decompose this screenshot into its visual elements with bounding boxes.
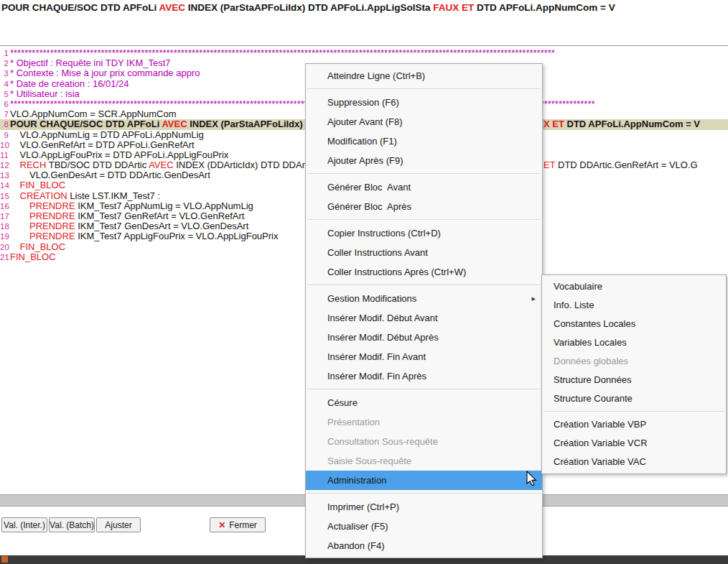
context-menu-item-gestion-modifications[interactable]: Gestion Modifications▸ (306, 289, 542, 308)
menu-item-label: Ajouter Après (F9) (327, 155, 403, 166)
code-text: FIN_BLOC (10, 180, 65, 190)
submenu-item-structure-courante[interactable]: Structure Courante (542, 389, 726, 408)
menu-item-label: Présentation (327, 417, 380, 427)
code-token: POUR CHAQUE/SOC DTD APFoLi (10, 119, 162, 129)
line-number: 1 (0, 48, 9, 58)
context-menu-item-abandon-f4[interactable]: Abandon (F4) (306, 536, 542, 555)
code-line-1[interactable]: 1***************************************… (0, 48, 728, 58)
val-batch-button[interactable]: Val. (Batch) (49, 517, 95, 532)
line-number: 20 (0, 242, 9, 252)
code-token: Liste LST.IKM_Test7 : (67, 190, 160, 201)
code-token: VLO.AppNumCom = SCR.AppNumCom (10, 108, 177, 119)
code-text: * Date de création : 16/01/24 (10, 78, 129, 89)
context-menu-item-suppression-f6[interactable]: Suppression (F6) (306, 93, 542, 112)
line-number: 12 (0, 160, 9, 170)
menu-item-label: Constantes Locales (554, 318, 635, 329)
menu-item-label: Données globales (554, 356, 628, 366)
context-menu-separator (307, 389, 541, 389)
code-token: INDEX (DDArticIdx) DTD DDArtic (174, 160, 314, 170)
context-menu-separator (307, 285, 541, 285)
submenu-item-creation-variable-vcr[interactable]: Création Variable VCR (542, 434, 726, 453)
code-token: FIN_BLOC (10, 251, 56, 262)
code-text: RECH TBD/SOC DTD DDArtic AVEC INDEX (DDA… (10, 160, 314, 170)
context-menu-separator (307, 88, 541, 89)
ajuster-button[interactable]: Ajuster (96, 517, 141, 532)
context-menu-item-coller-instructions-apres-ctrl-w[interactable]: Coller Instructions Après (Ctrl+W) (306, 262, 542, 282)
context-menu-item-cesure[interactable]: Césure (306, 393, 542, 412)
submenu: VocabulaireInfo. ListeConstantes Locales… (541, 274, 727, 474)
menu-item-label: Modification (F1) (327, 136, 397, 147)
context-menu-item-modification-f1[interactable]: Modification (F1) (306, 131, 542, 151)
menu-item-label: Atteindre Ligne (Ctrl+B) (327, 70, 425, 81)
code-token: * Objectif : Requête ini TDY IKM_Test7 (10, 57, 171, 68)
context-menu-item-ajouter-avant-f8[interactable]: Ajouter Avant (F8) (306, 112, 542, 131)
app-window: POUR CHAQUE/SOC DTD APFoLi AVEC INDEX (P… (0, 0, 728, 564)
code-text: ****************************************… (10, 47, 555, 58)
code-text: VLO.GenRefArt = DTD APFoLi.GenRefArt (10, 139, 195, 150)
val-inter-button[interactable]: Val. (Inter.) (1, 517, 47, 532)
context-menu-item-imprimer-ctrl-p[interactable]: Imprimer (Ctrl+P) (306, 497, 542, 517)
menu-item-label: Création Variable VCR (554, 438, 648, 448)
code-token: VLO.AppNumLig = DTD APFoLi.AppNumLig (20, 129, 204, 140)
context-menu-item-generer-bloc-apres[interactable]: Générer Bloc Après (306, 197, 542, 216)
menu-item-label: Générer Bloc Après (327, 201, 411, 212)
context-menu-item-inserer-modif-debut-apres[interactable]: Insérer Modif. Début Après (306, 328, 542, 347)
submenu-item-donnees-globales[interactable]: Données globales (542, 352, 726, 371)
context-menu-item-coller-instructions-avant[interactable]: Coller Instructions Avant (306, 243, 542, 262)
submenu-separator (543, 411, 724, 412)
line-number: 7 (0, 109, 9, 119)
code-token: * Contexte : Mise à jour prix commande a… (10, 68, 200, 78)
code-token: IKM_Test7 GenDesArt = VLO.GenDesArt (75, 221, 249, 231)
code-token: * Utilisateur : isia (10, 88, 80, 99)
submenu-item-creation-variable-vbp[interactable]: Création Variable VBP (542, 415, 726, 434)
line-number: 5 (0, 89, 9, 99)
submenu-item-info-liste[interactable]: Info. Liste (542, 296, 726, 315)
button-label: Ajuster (105, 520, 131, 530)
menu-item-label: Copier Instructions (Ctrl+D) (327, 228, 441, 239)
context-menu-item-presentation[interactable]: Présentation (306, 412, 542, 432)
line-number: 17 (0, 211, 9, 221)
menu-item-label: Actualiser (F5) (327, 521, 388, 532)
context-menu-item-inserer-modif-fin-avant[interactable]: Insérer Modif. Fin Avant (306, 347, 542, 366)
button-label: Val. (Batch) (50, 520, 94, 530)
code-token: AVEC (149, 160, 173, 170)
line-number: 15 (0, 191, 9, 201)
context-menu-item-copier-instructions-ctrl-d[interactable]: Copier Instructions (Ctrl+D) (306, 223, 542, 243)
menu-item-label: Imprimer (Ctrl+P) (327, 501, 399, 512)
context-menu-item-administration[interactable]: Administration (306, 471, 542, 490)
menu-item-label: Création Variable VBP (554, 419, 646, 430)
menu-item-label: Suppression (F6) (327, 97, 399, 108)
context-menu-item-atteindre-ligne-ctrl-b[interactable]: Atteindre Ligne (Ctrl+B) (306, 66, 542, 85)
submenu-item-vocabulaire[interactable]: Vocabulaire (542, 277, 726, 296)
context-menu-item-consultation-sous-requete[interactable]: Consultation Sous-requête (306, 432, 542, 451)
line-number: 19 (0, 231, 9, 241)
submenu-item-variables-locales[interactable]: Variables Locales (542, 333, 726, 352)
submenu-item-creation-variable-vac[interactable]: Création Variable VAC (542, 453, 726, 471)
line-number: 10 (0, 140, 9, 150)
context-menu-item-inserer-modif-debut-avant[interactable]: Insérer Modif. Début Avant (306, 308, 542, 328)
code-token: DTD DDArtic.GenRefArt = VLO.G (555, 160, 697, 170)
code-token: DTD APFoLi.AppNumCom = V (564, 119, 700, 129)
context-menu-separator (307, 219, 541, 220)
code-text: VLO.AppNumLig = DTD APFoLi.AppNumLig (10, 129, 204, 140)
menu-item-label: Générer Bloc Avant (327, 182, 411, 193)
context-menu-item-generer-bloc-avant[interactable]: Générer Bloc Avant (306, 177, 542, 197)
code-token: PRENDRE (29, 200, 75, 211)
code-token: AVEC (162, 119, 187, 129)
submenu-item-constantes-locales[interactable]: Constantes Locales (542, 315, 726, 333)
context-menu-item-inserer-modif-fin-apres[interactable]: Insérer Modif. Fin Après (306, 366, 542, 386)
submenu-item-structure-donnees[interactable]: Structure Données (542, 371, 726, 389)
code-token: RECH (20, 160, 47, 170)
menu-item-label: Coller Instructions Après (Ctrl+W) (327, 267, 466, 277)
context-menu-separator (307, 173, 541, 174)
code-token: PRENDRE (29, 231, 75, 241)
code-text: VLO.GenDesArt = DTD DDArtic.GenDesArt (10, 170, 210, 180)
menu-item-label: Coller Instructions Avant (327, 247, 428, 258)
menu-item-label: Saisie Sous-requête (327, 456, 411, 466)
context-menu-item-ajouter-apres-f9[interactable]: Ajouter Après (F9) (306, 151, 542, 170)
line-number: 6 (0, 99, 9, 109)
context-menu-item-saisie-sous-requete[interactable]: Saisie Sous-requête (306, 451, 542, 471)
fermer-button[interactable]: ✕Fermer (210, 517, 266, 532)
code-text: * Objectif : Requête ini TDY IKM_Test7 (10, 57, 171, 68)
context-menu-item-actualiser-f5[interactable]: Actualiser (F5) (306, 517, 542, 536)
